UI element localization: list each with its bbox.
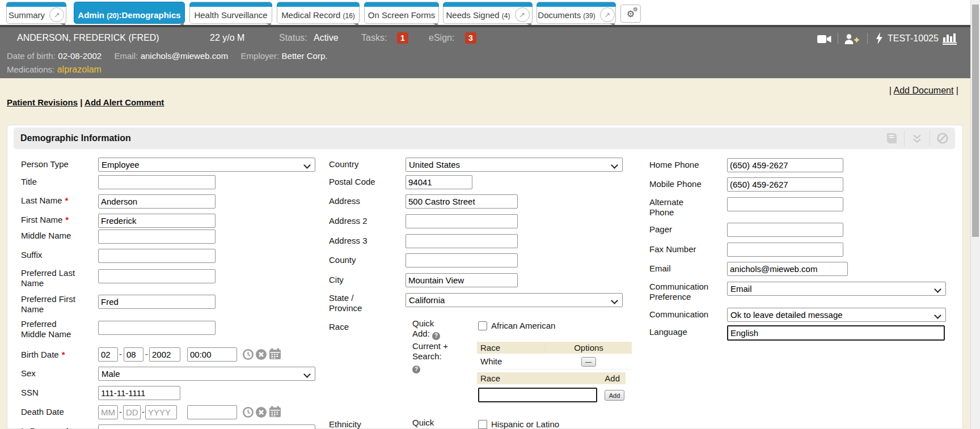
tab-summary[interactable]: Summary ↗ <box>6 2 66 24</box>
email-field-label: Email <box>649 264 716 274</box>
preferred-first-name-input[interactable] <box>98 295 216 309</box>
address-input[interactable] <box>405 194 518 209</box>
address3-input[interactable] <box>405 234 518 248</box>
communication-select[interactable]: Ok to leave detailed message <box>727 308 946 322</box>
add-person-icon[interactable] <box>844 33 859 45</box>
video-camera-icon[interactable] <box>817 34 832 44</box>
scrollbar-thumb[interactable] <box>972 5 979 237</box>
race-quick-add-text2: Add: ? <box>412 329 463 340</box>
suffix-input[interactable] <box>98 249 216 263</box>
ethnicity-label: Ethnicity <box>329 419 396 429</box>
vertical-scrollbar[interactable] <box>970 0 980 429</box>
tab-settings-button[interactable]: ⚙ ⚙ <box>620 5 641 23</box>
ssn-input[interactable] <box>98 386 180 400</box>
birth-date-label: Birth Date* <box>21 350 100 360</box>
race-current-search-text: Current + <box>412 341 463 351</box>
title-input[interactable] <box>98 175 216 189</box>
esign-label: eSign: <box>429 33 454 43</box>
email-label: Email: <box>115 51 138 61</box>
person-type-select[interactable]: Employee <box>98 158 315 172</box>
header-separator <box>867 33 868 44</box>
comm-preference-select[interactable]: Email <box>727 282 946 296</box>
death-time-input[interactable] <box>187 405 237 419</box>
sex-select[interactable]: Male <box>98 367 315 381</box>
esign-count-badge[interactable]: 3 <box>465 32 476 44</box>
postal-code-input[interactable] <box>405 175 472 189</box>
date-dash: - <box>119 407 122 417</box>
race-quick-add-help-icon[interactable]: ? <box>432 332 440 340</box>
county-input[interactable] <box>405 253 518 267</box>
patient-revisions-link[interactable]: Patient Revisions <box>7 97 78 107</box>
tab-needs-signed[interactable]: Needs Signed (4) ↗ <box>443 2 533 24</box>
birth-calendar-icon[interactable] <box>269 348 281 360</box>
birth-year-input[interactable] <box>149 347 180 362</box>
chart-stats-icon[interactable] <box>943 32 958 45</box>
disable-panel-button[interactable] <box>930 128 955 149</box>
mobile-phone-input[interactable] <box>727 177 843 192</box>
tab-documents[interactable]: Documents (39) ↗ <box>537 2 616 24</box>
tab-admin-demographics[interactable]: Admin (20):Demographics <box>74 2 185 24</box>
is-deceased-select[interactable]: No <box>98 424 315 429</box>
african-american-checkbox[interactable] <box>478 321 487 330</box>
tasks-count-badge[interactable]: 1 <box>397 32 408 44</box>
patient-id[interactable]: TEST-10025 <box>888 33 939 44</box>
email-input[interactable] <box>727 262 848 276</box>
mobile-phone-label: Mobile Phone <box>649 179 716 189</box>
remove-race-button[interactable]: — <box>581 357 596 367</box>
birth-time-input[interactable] <box>187 347 237 362</box>
last-name-input[interactable] <box>98 194 216 209</box>
medications-value[interactable]: alprazolam <box>57 65 102 74</box>
tab-on-screen-forms[interactable]: On Screen Forms <box>364 2 439 24</box>
first-name-input[interactable] <box>98 214 216 228</box>
collapse-panel-button[interactable] <box>905 128 930 149</box>
race-search-help-icon[interactable]: ? <box>412 366 420 373</box>
demographic-panel-header: Demographic Information <box>14 128 955 149</box>
add-alert-comment-link[interactable]: Add Alert Comment <box>85 97 164 107</box>
birth-clear-icon[interactable] <box>255 349 267 360</box>
summary-popout-icon[interactable]: ↗ <box>49 7 64 22</box>
pager-input[interactable] <box>727 223 843 237</box>
person-type-label: Person Type <box>21 159 88 169</box>
fax-number-input[interactable] <box>727 243 843 257</box>
race-add-input[interactable] <box>478 388 597 402</box>
birth-month-input[interactable] <box>98 347 118 362</box>
chart-notes-button[interactable] <box>879 128 904 149</box>
preferred-middle-name-input[interactable] <box>98 321 216 335</box>
country-select[interactable]: United States <box>405 158 623 172</box>
needs-signed-popout-icon[interactable]: ↗ <box>515 7 530 22</box>
tab-health-surveillance[interactable]: Health Surveillance <box>189 2 272 24</box>
preferred-first-name-label: Preferred First Name <box>21 294 85 315</box>
lightning-bolt-icon[interactable] <box>876 32 883 44</box>
sex-label: Sex <box>21 368 88 379</box>
tasks-label: Tasks: <box>361 33 387 43</box>
first-name-label: First Name* <box>21 215 100 225</box>
add-document-link[interactable]: Add Document <box>894 86 954 95</box>
language-input[interactable] <box>727 325 945 341</box>
death-clock-icon[interactable] <box>242 406 254 418</box>
tab-medical-record[interactable]: Medical Record (16) <box>277 2 360 24</box>
preferred-last-name-input[interactable] <box>98 269 216 283</box>
address3-label: Address 3 <box>329 236 396 246</box>
tab-on-screen-forms-label: On Screen Forms <box>368 10 435 20</box>
death-month-input[interactable] <box>98 405 118 419</box>
address2-input[interactable] <box>405 214 518 228</box>
employer-value: Better Corp. <box>282 51 328 61</box>
documents-popout-icon[interactable]: ↗ <box>600 7 615 22</box>
hispanic-latino-checkbox[interactable] <box>478 420 487 429</box>
death-clear-icon[interactable] <box>255 406 267 418</box>
birth-day-input[interactable] <box>124 347 143 362</box>
death-day-input[interactable] <box>123 405 141 419</box>
race-add-button[interactable]: Add <box>605 390 624 401</box>
patient-age-sex: 22 y/o M <box>210 33 244 43</box>
hispanic-latino-label: Hispanic or Latino <box>491 419 559 429</box>
home-phone-input[interactable] <box>727 158 843 172</box>
tab-needs-signed-label: Needs Signed (4) <box>446 10 510 20</box>
middle-name-input[interactable] <box>98 230 216 244</box>
state-select[interactable]: California <box>405 293 623 307</box>
death-calendar-icon[interactable] <box>269 406 281 418</box>
city-input[interactable] <box>405 273 518 287</box>
alternate-phone-input[interactable] <box>727 197 843 211</box>
birth-clock-icon[interactable] <box>242 349 254 360</box>
death-year-input[interactable] <box>145 405 177 419</box>
patient-links-row: Patient Revisions | Add Alert Comment <box>7 97 164 107</box>
